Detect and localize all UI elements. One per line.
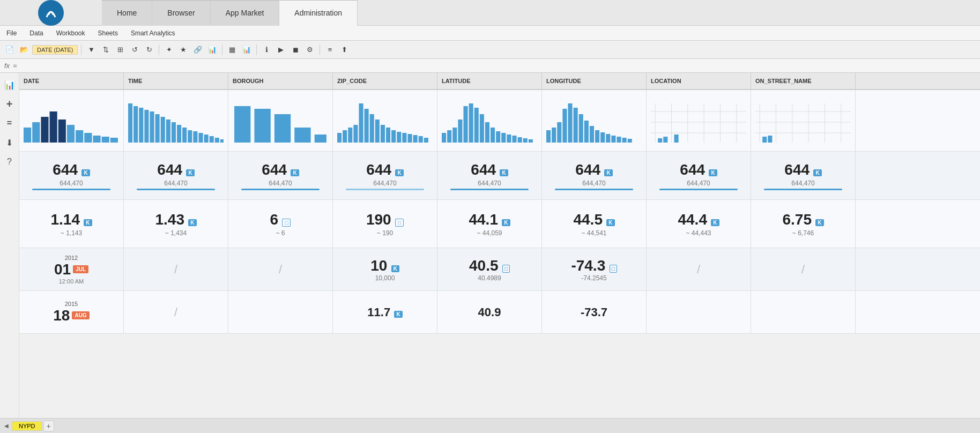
data-cell-zip-1: 10 K 10,000: [333, 248, 437, 290]
nav-tab-administration[interactable]: Administration: [279, 0, 358, 26]
lon-sub-1: -74.2545: [581, 274, 606, 282]
stat-cell-time-2: 1.43 K ~ 1,434: [124, 200, 228, 248]
toolbar-pivot-btn[interactable]: ⊞: [114, 43, 127, 56]
date-month-badge-2: AUG: [72, 311, 89, 319]
stat-cell-borough-2: 6 □ ~ 6: [228, 200, 333, 248]
toolbar-sep3: [222, 44, 222, 55]
lat-badge-1: □: [502, 265, 510, 273]
toolbar-redo-btn[interactable]: ↻: [143, 43, 155, 56]
svg-rect-40: [370, 114, 374, 143]
toolbar-bar-chart-btn[interactable]: 📊: [240, 43, 253, 56]
data-cell-time-1: /: [124, 248, 228, 290]
toolbar-play-btn[interactable]: ▶: [274, 43, 287, 56]
grid-header: DATE TIME BOROUGH ZIP_CODE LATITUDE LONG…: [19, 73, 980, 90]
col-header-borough[interactable]: BOROUGH: [228, 73, 333, 89]
toolbar-chart-btn[interactable]: ✦: [162, 43, 175, 56]
toolbar-open-btn[interactable]: 📂: [18, 43, 31, 56]
data-cell-time-2: /: [124, 291, 228, 333]
svg-rect-43: [386, 128, 390, 143]
toolbar-filter-btn[interactable]: ▼: [85, 43, 98, 56]
add-sheet-button[interactable]: +: [43, 421, 54, 431]
toolbar-table-btn[interactable]: ▦: [226, 43, 239, 56]
menu-smart-analytics[interactable]: Smart Analytics: [129, 28, 177, 38]
svg-rect-12: [133, 106, 138, 143]
svg-rect-30: [254, 109, 270, 143]
svg-rect-58: [480, 114, 484, 143]
col-header-on-street[interactable]: ON_STREET_NAME: [751, 73, 856, 89]
menu-workbook[interactable]: Workbook: [54, 28, 87, 38]
stat-cell-zip-1: 644 K 644,470: [333, 152, 437, 199]
svg-rect-72: [568, 103, 572, 143]
toolbar-info-btn[interactable]: ℹ: [260, 43, 273, 56]
nav-tab-browser[interactable]: Browser: [152, 0, 210, 26]
svg-rect-73: [574, 108, 578, 143]
toolbar-list-btn[interactable]: ≡: [323, 43, 336, 56]
date-day-1: 01: [54, 261, 71, 278]
toolbar-undo-btn[interactable]: ↺: [128, 43, 141, 56]
toolbar-sort-btn[interactable]: ⇅: [99, 43, 112, 56]
date-month-badge-1: JUL: [73, 265, 88, 273]
svg-rect-46: [402, 133, 406, 143]
toolbar-sep2: [159, 44, 159, 55]
svg-rect-22: [188, 130, 192, 143]
svg-rect-59: [485, 122, 489, 143]
col-header-longitude[interactable]: LONGITUDE: [542, 73, 647, 89]
data-cell-zip-2: 11.7 K: [333, 291, 437, 333]
svg-rect-68: [546, 130, 551, 143]
svg-rect-55: [463, 106, 467, 143]
svg-rect-20: [177, 125, 181, 143]
toolbar-sep1: [81, 44, 81, 55]
toolbar-settings-btn[interactable]: ⚙: [303, 43, 316, 56]
stat-bar: [137, 189, 215, 190]
sidebar-download-icon[interactable]: ⬇: [2, 135, 17, 150]
slash-icon-4: /: [801, 263, 805, 277]
svg-rect-10: [110, 138, 118, 143]
data-cell-street-1: /: [751, 248, 856, 290]
sidebar-chart-icon[interactable]: 📊: [2, 77, 17, 92]
toolbar-analytics-btn[interactable]: 📊: [206, 43, 219, 56]
nav-tab-home[interactable]: Home: [102, 0, 152, 26]
toolbar-stop-btn[interactable]: ◼: [289, 43, 302, 56]
svg-rect-45: [397, 132, 401, 143]
toolbar-star-btn[interactable]: ★: [177, 43, 190, 56]
col-header-zipcode[interactable]: ZIP_CODE: [333, 73, 437, 89]
top-nav: Home Browser App Market Administration: [0, 0, 980, 26]
toolbar-new-btn[interactable]: 📄: [3, 43, 16, 56]
menu-data[interactable]: Data: [27, 28, 45, 38]
chart-cell-latitude: [437, 90, 542, 151]
col-header-time[interactable]: TIME: [124, 73, 228, 89]
menu-file[interactable]: File: [4, 28, 19, 38]
sidebar-equals-icon[interactable]: =: [2, 116, 17, 131]
nav-tab-appmarket[interactable]: App Market: [211, 0, 280, 26]
col-header-date[interactable]: DATE: [19, 73, 124, 89]
data-cell-date-1: 2012 01 JUL 12:00 AM: [19, 248, 124, 290]
data-cell-lon-2: -73.7: [542, 291, 647, 333]
svg-rect-66: [523, 138, 528, 143]
stat-cell-zip-2: 190 □ ~ 190: [333, 200, 437, 248]
svg-rect-3: [50, 111, 57, 143]
svg-rect-8: [93, 136, 100, 143]
scroll-left-btn[interactable]: ◀: [2, 422, 11, 430]
zip-sub-1: 10,000: [375, 274, 395, 282]
toolbar-export-btn[interactable]: ⬆: [338, 43, 351, 56]
lon-number-1: -74.3: [571, 257, 605, 274]
col-header-latitude[interactable]: LATITUDE: [437, 73, 542, 89]
svg-rect-42: [381, 125, 385, 143]
toolbar-link-btn[interactable]: 🔗: [191, 43, 204, 56]
lat-number-1: 40.5: [469, 257, 499, 274]
formula-fx-icon: fx: [4, 62, 10, 70]
sheet-tab-nypd[interactable]: NYPD: [12, 421, 42, 431]
svg-rect-4: [58, 120, 66, 143]
sidebar-help-icon[interactable]: ?: [2, 154, 17, 169]
stat-cell-lat-1: 644 K 644,470: [437, 152, 542, 199]
svg-rect-33: [315, 135, 326, 143]
toolbar-sep5: [320, 44, 320, 55]
data-cell-lat-2: 40.9: [437, 291, 542, 333]
toolbar-tooltip: DATE (DATE): [32, 45, 78, 55]
col-header-location[interactable]: LOCATION: [647, 73, 751, 89]
stat-cell-street-2: 6.75 K ~ 6,746: [751, 200, 856, 248]
data-cell-loc-2: [647, 291, 751, 333]
stats-row-1: 644 K 644,470 644 K 644,470 644 K 6: [19, 152, 980, 200]
sidebar-add-icon[interactable]: +: [2, 96, 17, 111]
menu-sheets[interactable]: Sheets: [96, 28, 120, 38]
